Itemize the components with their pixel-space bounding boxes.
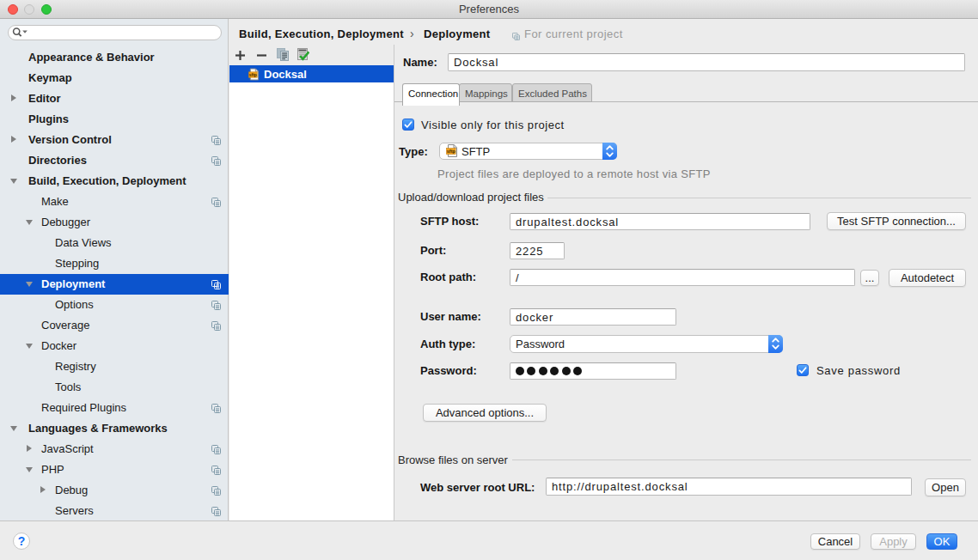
svg-text:sftp: sftp (249, 72, 257, 77)
svg-text:sftp: sftp (447, 149, 456, 154)
